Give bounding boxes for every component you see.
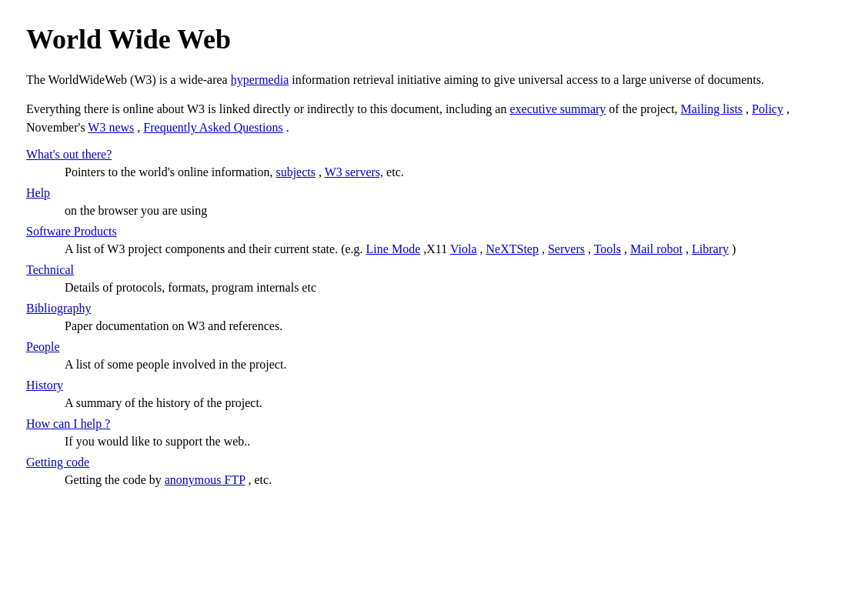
getting-code-link[interactable]: Getting code bbox=[26, 456, 842, 469]
section-software-products: Software Products A list of W3 project c… bbox=[26, 225, 842, 259]
bibliography-link[interactable]: Bibliography bbox=[26, 302, 842, 315]
help-desc: on the browser you are using bbox=[26, 202, 842, 220]
section-history: History A summary of the history of the … bbox=[26, 379, 842, 412]
getting-code-desc: Getting the code by anonymous FTP , etc. bbox=[26, 471, 842, 489]
intro-paragraph-2: Everything there is online about W3 is l… bbox=[26, 100, 842, 137]
people-desc: A list of some people involved in the pr… bbox=[26, 355, 842, 374]
help-link[interactable]: Help bbox=[26, 186, 842, 200]
tools-link[interactable]: Tools bbox=[594, 242, 621, 255]
viola-link[interactable]: Viola bbox=[450, 242, 477, 255]
library-link[interactable]: Library bbox=[692, 242, 729, 255]
section-people: People A list of some people involved in… bbox=[26, 340, 842, 374]
technical-link[interactable]: Technical bbox=[26, 263, 842, 277]
mail-robot-link[interactable]: Mail robot bbox=[630, 242, 683, 255]
section-how-can-i-help: How can I help ? If you would like to su… bbox=[26, 417, 842, 451]
nextstep-link[interactable]: NeXTStep bbox=[486, 242, 539, 255]
section-list: What's out there? Pointers to the world'… bbox=[26, 148, 842, 489]
software-products-link[interactable]: Software Products bbox=[26, 225, 842, 239]
whats-out-there-desc: Pointers to the world's online informati… bbox=[26, 163, 842, 182]
section-getting-code: Getting code Getting the code by anonymo… bbox=[26, 456, 842, 489]
executive-summary-link[interactable]: executive summary bbox=[509, 102, 606, 115]
policy-link[interactable]: Policy bbox=[752, 102, 783, 115]
technical-desc: Details of protocols, formats, program i… bbox=[26, 279, 842, 297]
how-can-i-help-link[interactable]: How can I help ? bbox=[26, 417, 842, 431]
history-link[interactable]: History bbox=[26, 379, 842, 392]
servers-link[interactable]: Servers bbox=[548, 242, 585, 255]
section-technical: Technical Details of protocols, formats,… bbox=[26, 263, 842, 297]
line-mode-link[interactable]: Line Mode bbox=[366, 242, 421, 255]
w3news-link[interactable]: W3 news bbox=[88, 121, 134, 134]
section-whats-out-there: What's out there? Pointers to the world'… bbox=[26, 148, 842, 182]
how-can-i-help-desc: If you would like to support the web.. bbox=[26, 432, 842, 451]
section-help: Help on the browser you are using bbox=[26, 186, 842, 220]
anonymous-ftp-link[interactable]: anonymous FTP bbox=[165, 473, 245, 486]
history-desc: A summary of the history of the project. bbox=[26, 394, 842, 412]
w3servers-link[interactable]: W3 servers, bbox=[325, 165, 383, 179]
whats-out-there-link[interactable]: What's out there? bbox=[26, 148, 842, 162]
page-title: World Wide Web bbox=[26, 23, 842, 55]
subjects-link[interactable]: subjects bbox=[275, 165, 315, 179]
bibliography-desc: Paper documentation on W3 and references… bbox=[26, 317, 842, 335]
section-bibliography: Bibliography Paper documentation on W3 a… bbox=[26, 302, 842, 335]
intro-paragraph-1: The WorldWideWeb (W3) is a wide-area hyp… bbox=[26, 71, 842, 89]
hypermedia-link[interactable]: hypermedia bbox=[231, 73, 289, 86]
mailing-lists-link[interactable]: Mailing lists bbox=[681, 102, 743, 115]
faq-link[interactable]: Frequently Asked Questions bbox=[143, 121, 282, 134]
software-products-desc: A list of W3 project components and thei… bbox=[26, 240, 842, 259]
people-link[interactable]: People bbox=[26, 340, 842, 354]
